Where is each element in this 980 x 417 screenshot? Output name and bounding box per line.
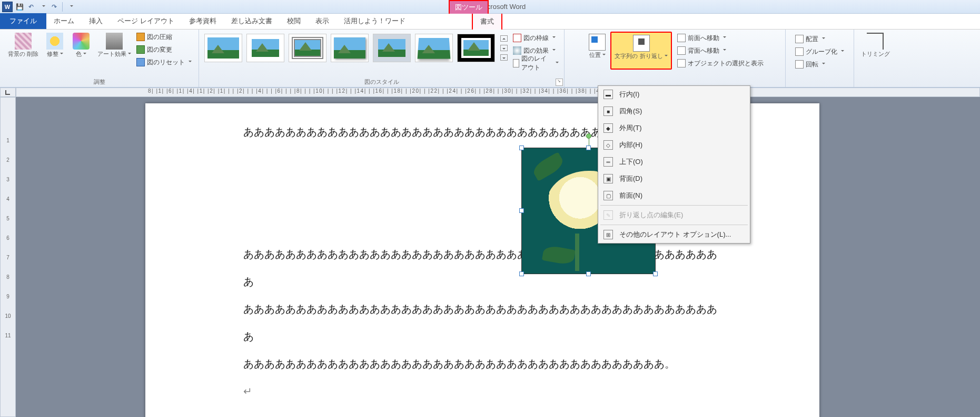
ruler-v-tick: 2: [6, 157, 9, 163]
vertical-ruler[interactable]: 1 2 3 4 5 6 7 8 9 10 11: [0, 97, 16, 417]
resize-handle-bm[interactable]: [586, 271, 591, 276]
gallery-up-button[interactable]: [500, 35, 508, 42]
tab-addin[interactable]: 活用しよう！ワード: [336, 13, 413, 29]
compress-picture-button[interactable]: 図の圧縮: [134, 31, 194, 43]
wrap-more-options[interactable]: ⊞その他のレイアウト オプション(L)...: [598, 226, 750, 243]
position-button[interactable]: 位置: [584, 32, 610, 70]
style-thumb-6[interactable]: [415, 34, 453, 62]
group-label-adjust: 調整: [0, 78, 199, 86]
front-icon: ▢: [603, 191, 613, 200]
style-thumb-7[interactable]: [457, 34, 495, 62]
tab-view[interactable]: 表示: [308, 13, 336, 29]
tab-file[interactable]: ファイル: [0, 13, 46, 29]
gallery-more-button[interactable]: [500, 54, 508, 61]
picture-layout-button[interactable]: 図のレイアウト: [511, 57, 561, 70]
resize-handle-tl[interactable]: [519, 146, 524, 150]
undo-button[interactable]: ↶: [26, 2, 36, 12]
style-thumb-1[interactable]: [204, 34, 242, 62]
undo-dropdown[interactable]: [38, 2, 47, 12]
ruler-v-tick: 1: [6, 138, 9, 143]
image-decor: [542, 245, 576, 266]
group-adjust: 背景の 削除 修整 色 アート効果 図の圧縮 図の変更 図のリセット 調整: [0, 30, 199, 87]
bring-fwd-icon: [677, 34, 686, 42]
align-icon: [795, 35, 804, 43]
style-thumb-5[interactable]: [373, 34, 411, 62]
gallery-scroll: [499, 34, 509, 62]
rotate-icon: [795, 60, 804, 69]
picture-outline-button[interactable]: 図の枠線: [511, 32, 561, 44]
wrap-square[interactable]: ■四角(S): [598, 103, 750, 120]
ribbon-tabs: ファイル ホーム 挿入 ページ レイアウト 参考資料 差し込み文書 校閲 表示 …: [0, 14, 980, 30]
tight-icon: ◆: [603, 123, 613, 133]
remove-background-button[interactable]: 背景の 削除: [5, 31, 42, 69]
sel-pane-icon: [677, 59, 686, 67]
color-button[interactable]: 色: [68, 31, 94, 69]
selection-pane-button[interactable]: オブジェクトの選択と表示: [675, 57, 766, 70]
style-gallery: [202, 31, 511, 65]
tabstop-icon: [5, 89, 11, 95]
change-pic-icon: [136, 45, 145, 54]
tab-picture-format[interactable]: 書式: [472, 14, 502, 31]
ruler-v-tick: 6: [6, 235, 9, 241]
artistic-effects-button[interactable]: アート効果: [94, 31, 134, 69]
wrap-through[interactable]: ◇内部(H): [598, 137, 750, 153]
square-icon: ■: [603, 106, 613, 116]
menu-separator: [600, 205, 748, 206]
style-thumb-4[interactable]: [331, 34, 369, 62]
color-icon: [73, 33, 90, 50]
group-label-styles: 図のスタイル: [199, 78, 564, 86]
tab-references[interactable]: 参考資料: [182, 13, 224, 29]
compress-icon: [136, 33, 145, 41]
piclayout-icon: [513, 59, 519, 67]
resize-handle-bl[interactable]: [519, 271, 524, 276]
horizontal-ruler[interactable]: 8| |1| |6| |1| |4| |1| |2| |1| | | |2| |…: [16, 88, 980, 97]
image-decor: [531, 152, 566, 181]
tab-page-layout[interactable]: ページ レイアウト: [110, 13, 182, 29]
wrap-tight[interactable]: ◆外周(T): [598, 120, 750, 137]
effects-icon: [513, 46, 521, 55]
ruler-v-tick: 11: [5, 333, 11, 338]
group-arrange: 位置 文字列の 折り返し 前面へ移動 背面へ移動 オブジェクトの選択と表示: [565, 30, 786, 87]
quick-access-toolbar: 💾 ↶ ↷: [15, 2, 75, 12]
gallery-down-button[interactable]: [500, 45, 508, 51]
bring-forward-button[interactable]: 前面へ移動: [675, 32, 766, 44]
resize-handle-br[interactable]: [653, 271, 658, 276]
crop-button[interactable]: トリミング: [858, 31, 893, 60]
resize-handle-tm[interactable]: [586, 146, 591, 150]
ribbon: 背景の 削除 修整 色 アート効果 図の圧縮 図の変更 図のリセット 調整: [0, 30, 980, 88]
redo-button[interactable]: ↷: [50, 2, 59, 12]
save-button[interactable]: 💾: [15, 2, 24, 12]
tab-mailings[interactable]: 差し込み文書: [224, 13, 280, 29]
wrap-inline[interactable]: ▬行内(I): [598, 86, 750, 103]
wrap-topbottom[interactable]: ═上下(O): [598, 153, 750, 170]
ruler-corner[interactable]: [0, 88, 16, 97]
text-wrap-button[interactable]: 文字列の 折り返し: [610, 32, 671, 70]
style-thumb-2[interactable]: [246, 34, 284, 62]
style-thumb-3[interactable]: [289, 34, 326, 62]
rotate-handle[interactable]: [586, 133, 591, 139]
ruler-v-tick: 9: [6, 294, 9, 299]
styles-dialog-launcher[interactable]: [556, 79, 563, 86]
reset-icon: [136, 58, 145, 66]
menu-separator: [600, 225, 748, 225]
send-backward-button[interactable]: 背面へ移動: [675, 44, 766, 57]
wrap-front[interactable]: ▢前面(N): [598, 187, 750, 204]
reset-picture-button[interactable]: 図のリセット: [134, 56, 194, 69]
resize-handle-ml[interactable]: [519, 208, 524, 213]
tab-review[interactable]: 校閲: [280, 13, 308, 29]
group-button[interactable]: グループ化: [793, 45, 846, 58]
ruler-v-tick: 3: [6, 177, 9, 182]
align-button[interactable]: 配置: [793, 33, 846, 45]
change-picture-button[interactable]: 図の変更: [134, 43, 194, 56]
more-layout-icon: ⊞: [603, 230, 613, 239]
group-size: トリミング: [854, 30, 896, 87]
qat-customize[interactable]: [66, 2, 75, 12]
send-back-icon: [677, 46, 686, 55]
tab-home[interactable]: ホーム: [46, 13, 82, 29]
corrections-button[interactable]: 修整: [42, 31, 68, 69]
behind-icon: ▣: [603, 174, 613, 183]
corrections-icon: [46, 33, 63, 50]
tab-insert[interactable]: 挿入: [82, 13, 110, 29]
wrap-behind[interactable]: ▣背面(D): [598, 170, 750, 187]
rotate-button[interactable]: 回転: [793, 58, 846, 71]
